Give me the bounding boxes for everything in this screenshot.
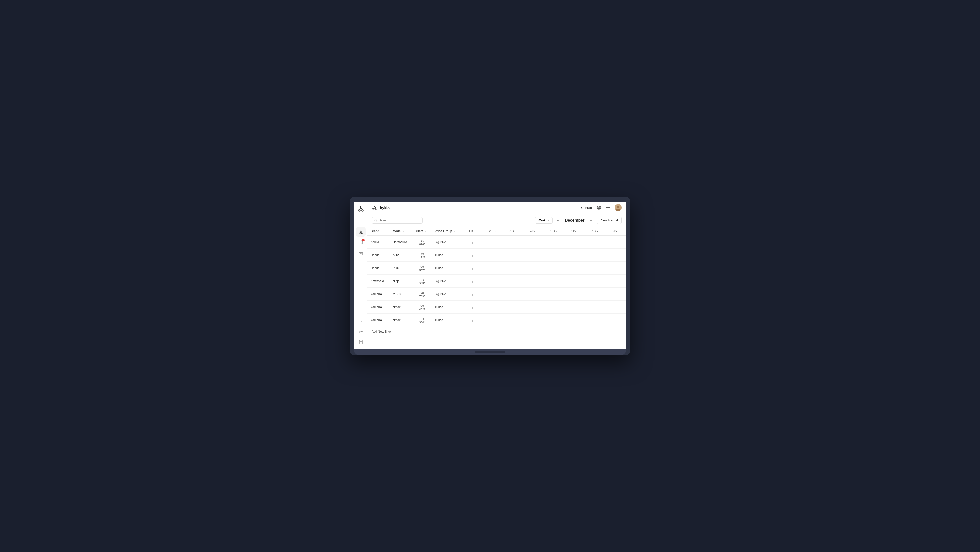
row-menu-button-4[interactable]: ⋮ [465,292,479,297]
col-dec3: 3 Dec [503,227,523,236]
cell-model-2: PCX [390,262,413,275]
contact-link[interactable]: Contact [581,206,593,210]
cell-d8-1 [605,249,626,262]
col-price-group: Price Group ↕ [431,227,462,236]
next-month-button[interactable]: → [588,217,594,224]
hamburger-icon[interactable] [605,205,611,211]
cell-menu-4[interactable]: ⋮ [462,288,482,301]
svg-point-18 [375,208,377,210]
cell-menu-6[interactable]: ⋮ [462,314,482,327]
col-dec4: 4 Dec [523,227,544,236]
row-menu-button-2[interactable]: ⋮ [465,266,479,271]
cell-d6-1 [564,249,585,262]
cell-d8-2 [605,262,626,275]
model-sort-icon[interactable]: ↕ [403,230,404,233]
svg-rect-22 [606,208,611,208]
svg-point-14 [360,320,360,320]
avatar[interactable] [614,204,622,211]
cell-menu-2[interactable]: ⋮ [462,262,482,275]
sidebar-item-archive[interactable] [356,249,366,258]
sidebar-item-settings[interactable] [356,327,366,336]
row-menu-button-6[interactable]: ⋮ [465,318,479,323]
cell-plate-4: จก7890 [413,288,431,301]
cell-model-4: MT-07 [390,288,413,301]
price-group-sort-icon[interactable]: ↕ [454,230,455,233]
sidebar-item-tags[interactable] [356,316,366,325]
cell-d3-0 [503,236,523,249]
cell-d2-6 [483,314,503,327]
sidebar-item-rentals[interactable]: 1 [356,238,366,247]
cell-model-6: Nmax [390,314,413,327]
cell-d5-2 [544,262,564,275]
logo-text: byklo [380,206,390,210]
sidebar-item-reports[interactable] [356,337,366,347]
svg-point-10 [360,243,361,243]
cell-d6-6 [564,314,585,327]
week-selector[interactable]: Week [535,217,552,224]
cell-d7-0 [585,236,605,249]
cell-plate-5: บน4321 [413,301,431,314]
col-model: Model ↕ [390,227,413,236]
row-menu-button-3[interactable]: ⋮ [465,279,479,284]
col-plate: Plate ↕ [413,227,431,236]
add-bike-link[interactable]: Add New Bike [368,327,626,336]
cell-price-5: 150cc [431,301,462,314]
cell-d8-5 [605,301,626,314]
search-box[interactable] [372,217,423,224]
cell-brand-3: Kawasaki [368,275,390,288]
cell-plate-2: บน5678 [413,262,431,275]
cell-d3-5 [503,301,523,314]
search-icon [374,219,377,222]
cell-d7-4 [585,288,605,301]
logo: B [355,204,366,214]
cell-d6-5 [564,301,585,314]
new-rental-button[interactable]: New Rental [597,217,622,224]
table-area: Brand ↑ Model ↕ Plate ↕ [368,227,626,349]
cell-d5-5 [544,301,564,314]
table-header-row: Brand ↑ Model ↕ Plate ↕ [368,227,626,236]
brand-sort-icon[interactable]: ↑ [381,230,382,233]
row-menu-button-1[interactable]: ⋮ [465,253,479,258]
cell-d6-4 [564,288,585,301]
sidebar-item-bikes[interactable] [356,227,366,237]
cell-menu-0[interactable]: ⋮ [462,236,482,249]
search-input[interactable] [379,219,420,222]
cell-d3-2 [503,262,523,275]
cell-brand-6: Yamaha [368,314,390,327]
cell-menu-3[interactable]: ⋮ [462,275,482,288]
cell-menu-5[interactable]: ⋮ [462,301,482,314]
toolbar: Week ← December → New Rental [368,214,626,227]
table-row: Kawasaki Ninja มจ3456 Big Bike ⋮ [368,275,626,288]
cell-d5-4 [544,288,564,301]
cell-d3-1 [503,249,523,262]
cell-d4-2 [523,262,544,275]
col-brand: Brand ↑ [368,227,390,236]
main-content: byklo Contact [368,201,626,349]
table-row: Honda PCX บน5678 150cc ⋮ [368,262,626,275]
row-menu-button-0[interactable]: ⋮ [465,240,479,244]
cell-model-5: Nmax [390,301,413,314]
cell-d2-3 [483,275,503,288]
cell-d4-1 [523,249,544,262]
svg-rect-21 [606,206,611,206]
svg-rect-5 [359,222,362,222]
cell-d4-5 [523,301,544,314]
cell-d2-4 [483,288,503,301]
cell-d4-4 [523,288,544,301]
cell-d2-0 [483,236,503,249]
svg-point-11 [361,243,362,243]
cell-price-3: Big Bike [431,275,462,288]
cell-menu-1[interactable]: ⋮ [462,249,482,262]
cell-d6-2 [564,262,585,275]
cell-model-1: ADV [390,249,413,262]
plate-sort-icon[interactable]: ↕ [425,230,426,233]
nav-controls: ← December → [555,217,594,224]
chevron-down-icon [547,220,550,221]
sidebar-toggle-button[interactable] [356,217,366,224]
prev-month-button[interactable]: ← [555,217,561,224]
row-menu-button-5[interactable]: ⋮ [465,305,479,310]
sidebar: B [354,201,368,349]
header-logo: byklo [372,204,390,211]
globe-icon[interactable] [596,205,602,211]
svg-rect-4 [359,221,362,221]
